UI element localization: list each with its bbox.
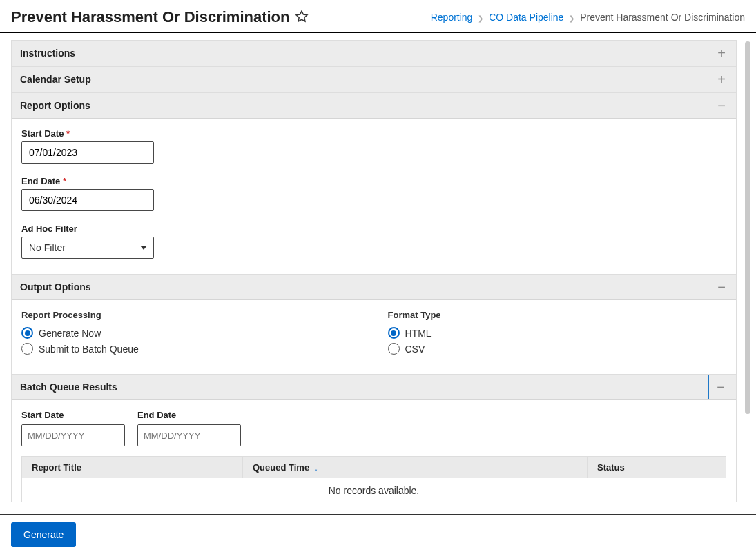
report-processing-label: Report Processing	[21, 310, 360, 320]
bq-start-date-label: Start Date	[21, 410, 125, 420]
breadcrumb: Reporting ❯ CO Data Pipeline ❯ Prevent H…	[431, 12, 745, 23]
radio-icon	[388, 343, 400, 355]
section-title: Batch Queue Results	[20, 382, 117, 393]
arrow-down-icon: ↓	[313, 462, 318, 473]
favorite-star-icon[interactable]	[295, 10, 309, 26]
chevron-right-icon: ❯	[569, 14, 574, 22]
section-title: Output Options	[20, 281, 91, 293]
results-table: Report Title Queued Time ↓ Status No rec…	[21, 456, 726, 502]
radio-icon	[388, 327, 400, 339]
chevron-down-icon	[134, 237, 153, 258]
adhoc-filter-select[interactable]: No Filter	[21, 237, 154, 259]
radio-icon	[21, 343, 33, 355]
generate-button[interactable]: Generate	[11, 522, 76, 547]
section-header-batch-queue[interactable]: Batch Queue Results −	[12, 375, 736, 400]
section-header-output-options[interactable]: Output Options −	[12, 275, 736, 300]
format-type-label: Format Type	[388, 310, 727, 320]
end-date-label: End Date *	[21, 176, 726, 186]
bq-start-date-input[interactable]	[22, 425, 125, 446]
no-records-message: No records available.	[22, 478, 726, 502]
breadcrumb-current: Prevent Harassment Or Discrimination	[580, 12, 745, 23]
section-header-instructions[interactable]: Instructions +	[12, 41, 736, 66]
radio-format-html[interactable]: HTML	[388, 327, 727, 339]
plus-icon: +	[715, 73, 728, 86]
plus-icon: +	[715, 47, 728, 59]
start-date-input[interactable]	[22, 142, 154, 163]
column-status[interactable]: Status	[588, 457, 726, 478]
radio-format-csv[interactable]: CSV	[388, 343, 727, 355]
minus-icon: −	[715, 99, 728, 112]
bq-end-date-label: End Date	[137, 410, 241, 420]
section-title: Report Options	[20, 100, 90, 111]
column-queued-time[interactable]: Queued Time ↓	[243, 457, 588, 478]
radio-label: Submit to Batch Queue	[39, 344, 139, 355]
radio-submit-batch[interactable]: Submit to Batch Queue	[21, 343, 360, 355]
section-title: Calendar Setup	[20, 74, 91, 85]
adhoc-filter-value: No Filter	[22, 237, 134, 258]
section-header-report-options[interactable]: Report Options −	[12, 93, 736, 119]
column-report-title[interactable]: Report Title	[22, 457, 243, 478]
chevron-right-icon: ❯	[478, 14, 483, 22]
radio-label: Generate Now	[39, 328, 101, 339]
end-date-input[interactable]	[22, 190, 154, 210]
radio-label: CSV	[405, 344, 425, 355]
radio-label: HTML	[405, 328, 432, 339]
breadcrumb-link-reporting[interactable]: Reporting	[431, 12, 473, 23]
radio-icon	[21, 327, 33, 339]
start-date-label: Start Date *	[21, 128, 726, 139]
section-title: Instructions	[20, 48, 75, 59]
minus-icon: −	[715, 281, 728, 293]
breadcrumb-link-co-data-pipeline[interactable]: CO Data Pipeline	[489, 12, 563, 23]
page-title: Prevent Harassment Or Discrimination	[11, 8, 289, 26]
bq-end-date-input[interactable]	[138, 425, 241, 446]
section-header-calendar-setup[interactable]: Calendar Setup +	[12, 67, 736, 92]
radio-generate-now[interactable]: Generate Now	[21, 327, 360, 339]
minus-icon: −	[708, 375, 733, 399]
adhoc-filter-label: Ad Hoc Filter	[21, 224, 726, 234]
